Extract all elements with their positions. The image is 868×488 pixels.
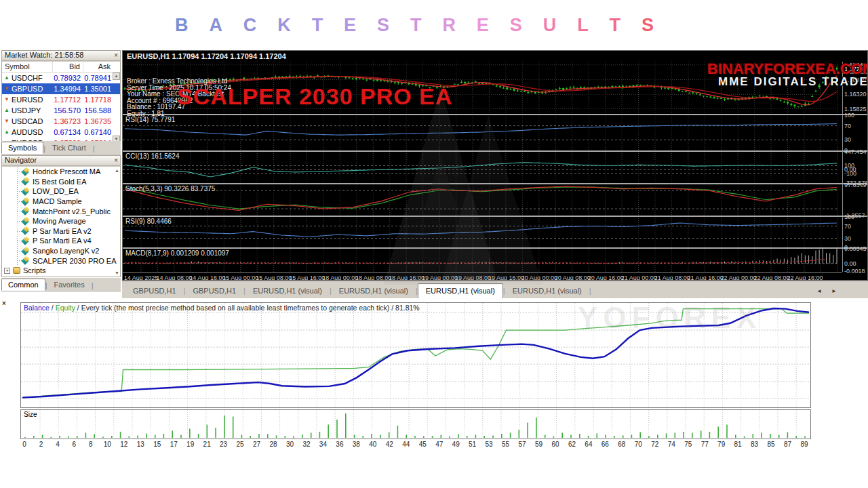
- symbol-name: USDCAD: [12, 117, 43, 125]
- close-icon[interactable]: ×: [2, 300, 6, 307]
- brand-watermark: MME DIGITALS TRADERS: [718, 75, 868, 89]
- sidebar-item-macd-sample[interactable]: MACD Sample: [2, 197, 120, 207]
- trade-axis-label: 85: [768, 441, 775, 448]
- chart-tab[interactable]: EURUSD,H1 (visual): [245, 284, 330, 298]
- indicator-scale-value: 100: [844, 112, 854, 119]
- expand-plus-icon[interactable]: +: [4, 268, 10, 274]
- sidebar-item-p-sar-marti-ea-v2[interactable]: P Sar Marti EA v2: [2, 226, 120, 237]
- pane-separator[interactable]: [123, 114, 868, 115]
- close-icon[interactable]: ×: [114, 51, 118, 60]
- chart-tab[interactable]: GBPUSD,H1: [185, 284, 243, 298]
- ask-cell: 0.67140: [83, 128, 113, 136]
- legend-equity: Equity: [56, 304, 75, 312]
- table-row[interactable]: ▲AUDUSD0.671340.67140: [2, 127, 120, 138]
- trade-axis-label: 23: [220, 441, 227, 448]
- sidebar-item-low-dd-ea[interactable]: LOW_DD_EA: [2, 186, 120, 197]
- sidebar-item-moving-average[interactable]: Moving Average: [2, 216, 120, 226]
- chart-tab[interactable]: EURUSD,H1 (visual): [418, 283, 503, 298]
- title-letter: S: [510, 15, 522, 36]
- close-icon[interactable]: ×: [114, 156, 118, 165]
- tab-separator: |: [92, 281, 94, 291]
- indicator-scale-value: 0.00: [844, 260, 856, 267]
- time-axis-label: 22 Aug 16:00: [787, 274, 823, 281]
- time-axis-label: 15 Aug 00:00: [222, 274, 258, 281]
- indicator-label: CCI(13) 161.5624: [125, 152, 180, 160]
- table-row[interactable]: ▼EURUSD1.177121.17718: [2, 94, 120, 105]
- legend-balance: Balance: [24, 304, 50, 312]
- tab-favorites[interactable]: Favorites: [47, 279, 91, 291]
- chart-tab[interactable]: GBPUSD,H1: [125, 284, 184, 298]
- ask-cell: 1.35001: [83, 85, 113, 93]
- trade-axis-label: 51: [469, 441, 476, 448]
- column-header: Bid: [52, 62, 83, 72]
- table-row[interactable]: ▲USDJPY156.570156.588: [2, 105, 120, 116]
- table-row[interactable]: ▼GBPUSD1.349941.35001: [2, 83, 120, 94]
- tab-common[interactable]: Common: [1, 279, 45, 291]
- sidebar-item-label: SCALPER 2030 PRO EA: [33, 257, 117, 265]
- trade-axis-label: 10: [104, 441, 111, 448]
- market-watch-header: SymbolBidAsk: [2, 62, 120, 73]
- scripts-icon: [13, 267, 20, 274]
- trade-axis-label: 15: [153, 441, 161, 448]
- sidebar-item-sangko-layengk-v2[interactable]: Sangko LayengK v2: [2, 246, 120, 256]
- market-watch-scrollbar[interactable]: ▲ ▼: [113, 73, 120, 142]
- trade-axis-label: 13: [137, 441, 144, 448]
- sidebar-item-label: P Sar Marti EA v4: [33, 237, 92, 245]
- expert-advisor-icon: [22, 168, 30, 176]
- sidebar-item-p-sar-marti-ea-v4[interactable]: P Sar Marti EA v4: [2, 236, 120, 246]
- sidebar-item-label: Moving Average: [33, 217, 86, 225]
- tab-scroll-arrows[interactable]: ◄ ►: [816, 288, 841, 294]
- pane-separator[interactable]: [123, 247, 868, 249]
- trade-axis-label: 77: [701, 441, 709, 448]
- bid-cell: 1.17712: [52, 96, 83, 104]
- sidebar-item-is-best-gold-ea[interactable]: IS Best Gold EA: [2, 177, 120, 187]
- chart-tab[interactable]: EURUSD,H1 (visual): [332, 284, 416, 298]
- title-letter: S: [642, 15, 654, 36]
- title-letter: T: [312, 15, 323, 36]
- trade-axis-label: 30: [286, 441, 294, 448]
- pane-separator[interactable]: [123, 183, 868, 184]
- trade-axis-label: 0: [22, 441, 26, 448]
- chart-title: EURUSD,H1 1.17094 1.17204 1.17094 1.1720…: [127, 52, 286, 60]
- size-canvas: [21, 410, 810, 439]
- pane-separator[interactable]: [123, 216, 868, 217]
- table-row[interactable]: ▲USDCHF0.789320.78941: [2, 73, 120, 83]
- indicator-scale-value: 70: [844, 123, 851, 129]
- scroll-up-icon[interactable]: ▲: [115, 168, 119, 173]
- bid-cell: 0.67134: [52, 128, 83, 136]
- scroll-down-icon[interactable]: ▼: [115, 270, 119, 275]
- tab-tick-chart[interactable]: Tick Chart: [45, 142, 93, 154]
- trade-axis-label: 4: [56, 441, 60, 448]
- sidebar-item-matchpoint-v2-5-public[interactable]: MatchPoint v2.5_Public: [2, 206, 120, 216]
- tab-symbols[interactable]: Symbols: [1, 142, 43, 154]
- trade-axis-label: 47: [435, 441, 443, 448]
- table-row[interactable]: ▼USDCAD1.367231.36735: [2, 116, 120, 127]
- time-axis-label: 22 Aug 08:00: [754, 274, 790, 281]
- sidebar-item-scalper-2030-pro-ea[interactable]: SCALPER 2030 PRO EA: [2, 256, 120, 266]
- account-info-line: Equity : 1.81: [127, 110, 231, 117]
- time-axis-label: 20 Aug 08:00: [555, 274, 591, 281]
- ask-cell: 0.78941: [83, 74, 113, 82]
- sidebar-item-hodrick-prescott-ma[interactable]: Hodrick Prescott MA: [2, 167, 120, 177]
- expert-advisor-icon: [22, 247, 30, 255]
- chart-tab[interactable]: EURUSD,H1 (visual): [505, 284, 589, 298]
- sidebar-item-scripts[interactable]: + Scripts: [2, 266, 120, 276]
- trade-axis-label: 60: [551, 441, 559, 448]
- arrow-down-icon: ▼: [4, 119, 9, 124]
- pane-separator[interactable]: [123, 150, 868, 152]
- trade-axis-label: 28: [269, 441, 277, 448]
- market-watch-table: SymbolBidAsk ▲USDCHF0.789320.78941▼GBPUS…: [2, 61, 120, 142]
- title-letter: U: [543, 15, 557, 36]
- ask-cell: 1.17718: [83, 96, 113, 104]
- chart-window[interactable]: EURUSD,H1 1.17094 1.17204 1.17094 1.1720…: [122, 50, 868, 281]
- title-letter: A: [209, 15, 222, 36]
- scripts-label: Scripts: [23, 266, 46, 274]
- trade-axis-label: 72: [651, 441, 658, 448]
- title-letter: B: [175, 15, 189, 36]
- trade-axis-label: 25: [237, 441, 244, 448]
- title-letter: S: [377, 15, 389, 36]
- trade-axis-label: 44: [402, 441, 410, 448]
- navigator-panel: Navigator × Hodrick Prescott MAIS Best G…: [1, 155, 121, 277]
- scroll-up-icon[interactable]: ▲: [113, 73, 120, 80]
- tab-separator: |: [93, 144, 95, 154]
